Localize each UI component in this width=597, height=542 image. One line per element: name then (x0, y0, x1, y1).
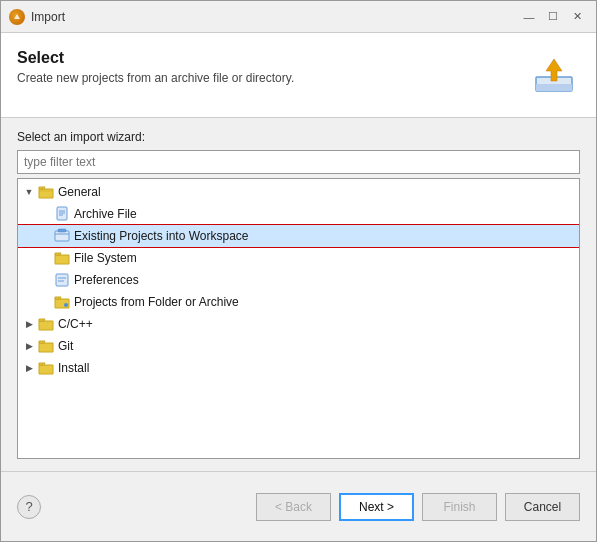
expander-general[interactable]: ▼ (22, 185, 36, 199)
tree-label-fs: File System (74, 251, 137, 265)
folder-git-icon (38, 338, 54, 354)
tree-label-existing: Existing Projects into Workspace (74, 229, 249, 243)
preferences-icon (54, 272, 70, 288)
header-description: Create new projects from an archive file… (17, 71, 294, 85)
expander-git[interactable]: ▶ (22, 339, 36, 353)
help-button[interactable]: ? (17, 495, 41, 519)
svg-rect-7 (55, 231, 69, 241)
import-dialog: Import — ☐ ✕ Select Create new projects … (0, 0, 597, 542)
window-title: Import (31, 10, 65, 24)
tree-label-pf: Projects from Folder or Archive (74, 295, 239, 309)
tree-item-projects-folder[interactable]: Projects from Folder or Archive (18, 291, 579, 313)
tree-item-install[interactable]: ▶ Install (18, 357, 579, 379)
header-icon (528, 49, 580, 101)
filter-input[interactable] (17, 150, 580, 174)
tree-label-cpp: C/C++ (58, 317, 93, 331)
tree-scroll[interactable]: ▼ General (18, 179, 579, 458)
tree-label-install: Install (58, 361, 89, 375)
back-button[interactable]: < Back (256, 493, 331, 521)
tree-label-archive: Archive File (74, 207, 137, 221)
next-button[interactable]: Next > (339, 493, 414, 521)
title-bar-left: Import (9, 9, 65, 25)
tree-item-preferences[interactable]: Preferences (18, 269, 579, 291)
expander-pf (38, 295, 52, 309)
svg-rect-1 (536, 84, 572, 91)
folder-install-icon (38, 360, 54, 376)
close-button[interactable]: ✕ (566, 6, 588, 28)
folder-general-icon (38, 184, 54, 200)
footer: ? < Back Next > Finish Cancel (1, 471, 596, 541)
archive-file-icon (54, 206, 70, 222)
expander-fs (38, 251, 52, 265)
svg-rect-9 (58, 229, 66, 232)
file-system-icon (54, 250, 70, 266)
cancel-button[interactable]: Cancel (505, 493, 580, 521)
tree-item-git[interactable]: ▶ Git (18, 335, 579, 357)
tree-item-archive-file[interactable]: Archive File (18, 203, 579, 225)
title-controls: — ☐ ✕ (518, 6, 588, 28)
wizard-label: Select an import wizard: (17, 130, 580, 144)
expander-cpp[interactable]: ▶ (22, 317, 36, 331)
minimize-button[interactable]: — (518, 6, 540, 28)
title-bar: Import — ☐ ✕ (1, 1, 596, 33)
header-section: Select Create new projects from an archi… (1, 33, 596, 118)
expander-existing (38, 229, 52, 243)
footer-buttons: < Back Next > Finish Cancel (256, 493, 580, 521)
tree-item-existing-projects[interactable]: Existing Projects into Workspace (18, 225, 579, 247)
finish-button[interactable]: Finish (422, 493, 497, 521)
tree-label-general: General (58, 185, 101, 199)
window-icon (9, 9, 25, 25)
expander-install[interactable]: ▶ (22, 361, 36, 375)
tree-container: ▼ General (17, 178, 580, 459)
import-icon-svg (528, 49, 580, 101)
tree-label-git: Git (58, 339, 73, 353)
expander-archive (38, 207, 52, 221)
tree-item-cpp[interactable]: ▶ C/C++ (18, 313, 579, 335)
maximize-button[interactable]: ☐ (542, 6, 564, 28)
svg-rect-10 (56, 274, 68, 286)
projects-folder-icon (54, 294, 70, 310)
expander-prefs (38, 273, 52, 287)
folder-cpp-icon (38, 316, 54, 332)
tree-item-general[interactable]: ▼ General (18, 181, 579, 203)
existing-projects-icon (54, 228, 70, 244)
tree-label-prefs: Preferences (74, 273, 139, 287)
header-text: Select Create new projects from an archi… (17, 49, 294, 85)
svg-point-13 (64, 303, 68, 307)
tree-item-file-system[interactable]: File System (18, 247, 579, 269)
header-title: Select (17, 49, 294, 67)
content-area: Select an import wizard: ▼ General (1, 118, 596, 471)
